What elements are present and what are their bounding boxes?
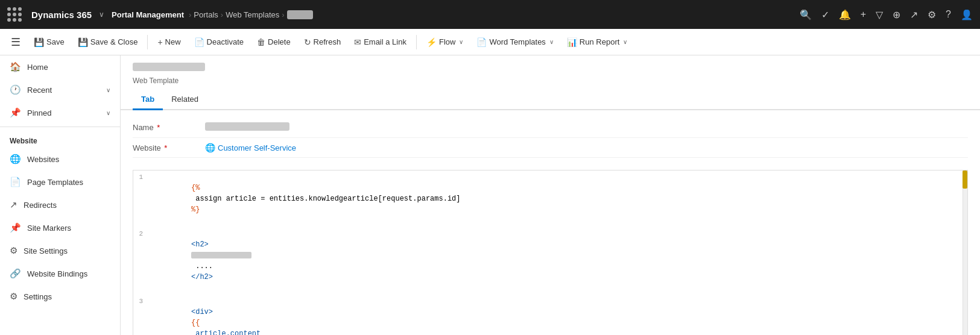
- new-icon: +: [157, 37, 162, 47]
- new-button[interactable]: + New: [151, 34, 186, 51]
- code-text-1: {% assign article = entities.knowledgear…: [148, 172, 967, 226]
- email-link-button[interactable]: ✉ Email a Link: [348, 34, 413, 51]
- sidebar-page-templates-label: Page Templates: [27, 178, 83, 187]
- tab-tab[interactable]: Tab: [133, 90, 163, 110]
- sidebar-recent-label: Recent: [27, 86, 52, 95]
- sidebar-item-recent[interactable]: 🕐 Recent ∨: [0, 78, 120, 101]
- new-label: New: [165, 37, 181, 46]
- help-icon[interactable]: ?: [946, 9, 951, 20]
- website-link[interactable]: 🌐 Customer Self-Service: [205, 143, 968, 152]
- recent-chevron: ∨: [106, 87, 110, 93]
- pinned-icon: 📌: [10, 107, 21, 118]
- code-text-3: <div> {{ article.content }} </div>: [148, 296, 967, 335]
- sidebar-item-site-markers[interactable]: 📌 Site Markers: [0, 216, 120, 239]
- plus-icon[interactable]: +: [861, 9, 866, 20]
- sidebar-item-site-settings[interactable]: ⚙ Site Settings: [0, 239, 120, 262]
- sidebar-websites-label: Websites: [27, 155, 59, 164]
- sidebar-item-home[interactable]: 🏠 Home: [0, 55, 120, 78]
- sidebar-divider-1: [0, 127, 120, 127]
- brand-name[interactable]: Dynamics 365: [31, 10, 92, 20]
- settings-icon[interactable]: ⚙: [928, 9, 936, 20]
- filter-icon[interactable]: ▽: [876, 9, 883, 20]
- code-editor[interactable]: 1 {% assign article = entities.knowledge…: [133, 170, 968, 335]
- code-scroll-indicator: [963, 171, 967, 335]
- sidebar-website-bindings-label: Website Bindings: [27, 269, 87, 278]
- sidebar-item-redirects[interactable]: ↗ Redirects: [0, 193, 120, 216]
- hamburger-menu[interactable]: ☰: [5, 32, 27, 52]
- brand-chevron[interactable]: ∨: [99, 10, 104, 19]
- settings-nav-icon: ⚙: [10, 291, 17, 302]
- page-templates-icon: 📄: [10, 177, 21, 187]
- save-close-button[interactable]: 💾 Save & Close: [72, 34, 144, 51]
- home-icon: 🏠: [10, 61, 21, 72]
- divider-2: [416, 35, 417, 49]
- word-templates-button[interactable]: 📄 Word Templates ∨: [470, 34, 559, 51]
- sidebar-item-page-templates[interactable]: 📄 Page Templates: [0, 171, 120, 193]
- checkmark-icon[interactable]: ✓: [821, 9, 829, 20]
- line-num-3: 3: [133, 296, 148, 307]
- flow-label: Flow: [439, 37, 455, 46]
- sidebar-item-websites[interactable]: 🌐 Websites: [0, 148, 120, 171]
- name-field-label: Name *: [133, 123, 205, 132]
- form-type-label: Web Template: [133, 77, 968, 85]
- code-text-2: <h2> .... </h2>: [148, 228, 967, 293]
- word-templates-chevron: ∨: [549, 39, 554, 45]
- delete-button[interactable]: 🗑 Delete: [251, 34, 297, 51]
- top-nav-icons: 🔍 ✓ 🔔 + ▽ ⊕ ↗ ⚙ ? 👤: [800, 9, 973, 20]
- pinned-chevron: ∨: [106, 110, 110, 116]
- breadcrumb: › Portals › Web Templates ›: [189, 10, 313, 19]
- divider-1: [147, 35, 148, 49]
- website-link-label: Customer Self-Service: [218, 143, 296, 152]
- field-name: Name *: [133, 117, 968, 138]
- user-icon[interactable]: 👤: [961, 9, 973, 20]
- name-value-blurred: [205, 122, 289, 131]
- sidebar: 🏠 Home 🕐 Recent ∨ 📌 Pinned ∨ Website 🌐 W…: [0, 55, 121, 335]
- code-scroll-thumb: [963, 171, 967, 189]
- field-website: Website * 🌐 Customer Self-Service: [133, 138, 968, 158]
- delete-label: Delete: [268, 37, 291, 46]
- globe-icon: 🌐: [205, 143, 215, 152]
- content-area: Web Template Tab Related Name * Website …: [121, 55, 980, 335]
- save-button[interactable]: 💾 Save: [28, 34, 71, 51]
- notification-icon[interactable]: 🔔: [839, 9, 851, 20]
- website-field-label: Website *: [133, 143, 205, 152]
- save-close-label: Save & Close: [90, 37, 138, 46]
- breadcrumb-web-templates[interactable]: Web Templates: [226, 10, 279, 19]
- word-templates-icon: 📄: [476, 37, 487, 47]
- sidebar-item-pinned[interactable]: 📌 Pinned ∨: [0, 101, 120, 124]
- refresh-label: Refresh: [314, 37, 341, 46]
- run-report-chevron: ∨: [623, 39, 627, 45]
- share-icon[interactable]: ↗: [910, 9, 918, 20]
- main-layout: 🏠 Home 🕐 Recent ∨ 📌 Pinned ∨ Website 🌐 W…: [0, 55, 980, 335]
- tab-related[interactable]: Related: [163, 90, 207, 110]
- word-templates-label: Word Templates: [489, 37, 545, 46]
- save-icon: 💾: [34, 37, 44, 47]
- sidebar-item-settings[interactable]: ⚙ Settings: [0, 285, 120, 308]
- sidebar-redirects-label: Redirects: [24, 201, 57, 210]
- save-label: Save: [46, 37, 65, 46]
- name-field-value[interactable]: [205, 122, 968, 133]
- sidebar-item-website-bindings[interactable]: 🔗 Website Bindings: [0, 262, 120, 285]
- save-close-icon: 💾: [78, 37, 88, 47]
- flow-icon: ⚡: [426, 37, 437, 47]
- flow-button[interactable]: ⚡ Flow ∨: [420, 34, 469, 51]
- search-icon[interactable]: 🔍: [800, 9, 812, 20]
- sidebar-settings-label: Settings: [24, 292, 52, 301]
- circle-plus-icon[interactable]: ⊕: [893, 9, 900, 20]
- form-header: Web Template: [121, 55, 980, 85]
- sidebar-site-markers-label: Site Markers: [27, 224, 71, 233]
- run-report-button[interactable]: 📊 Run Report ∨: [561, 34, 633, 51]
- refresh-button[interactable]: ↻ Refresh: [298, 34, 347, 51]
- delete-icon: 🗑: [257, 37, 265, 47]
- websites-icon: 🌐: [10, 154, 21, 164]
- apps-grid-icon[interactable]: [7, 7, 22, 22]
- form-tabs: Tab Related: [121, 90, 980, 110]
- deactivate-button[interactable]: 📄 Deactivate: [188, 34, 250, 51]
- site-settings-icon: ⚙: [10, 245, 17, 256]
- refresh-icon: ↻: [304, 37, 311, 47]
- flow-chevron: ∨: [459, 39, 463, 45]
- run-report-icon: 📊: [567, 37, 577, 47]
- breadcrumb-portals[interactable]: Portals: [194, 10, 218, 19]
- sidebar-site-settings-label: Site Settings: [24, 246, 68, 255]
- code-line-2: 2 <h2> .... </h2>: [133, 227, 967, 295]
